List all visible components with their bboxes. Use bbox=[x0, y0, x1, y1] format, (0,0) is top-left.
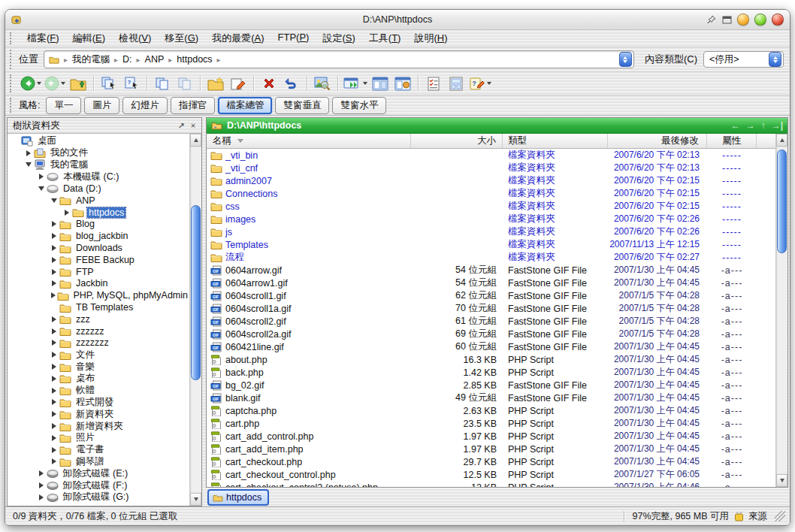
address-grip[interactable] bbox=[10, 50, 16, 69]
breadcrumb-item[interactable]: httpdocs bbox=[177, 54, 212, 65]
scroll-down-icon[interactable] bbox=[190, 493, 201, 506]
expander-right-icon[interactable] bbox=[36, 174, 46, 180]
tree-item[interactable]: zzzzzzz bbox=[8, 337, 189, 349]
tree-item[interactable]: 桌布 bbox=[8, 373, 189, 385]
tree-item[interactable]: 我的電腦 bbox=[8, 159, 189, 171]
rename-button[interactable] bbox=[227, 74, 249, 93]
back-dropdown-icon[interactable] bbox=[37, 82, 41, 85]
file-row[interactable]: GIF0604scroll2a.gif69 位元組FastStone GIF F… bbox=[207, 328, 775, 340]
expander-right-icon[interactable] bbox=[49, 233, 59, 239]
tree-item[interactable]: 照片 bbox=[8, 432, 189, 444]
expander-right-icon[interactable] bbox=[49, 388, 59, 394]
expander-right-icon[interactable] bbox=[36, 470, 46, 476]
scroll-up-icon[interactable] bbox=[190, 134, 201, 147]
undo-button[interactable] bbox=[280, 74, 303, 93]
style-tab-雙窗水平[interactable]: 雙窗水平 bbox=[332, 97, 386, 114]
expander-right-icon[interactable] bbox=[49, 340, 59, 346]
expander-right-icon[interactable] bbox=[49, 364, 59, 370]
file-row[interactable]: Connections檔案資料夾2007/6/20 下午 02:15----- bbox=[207, 187, 775, 200]
title-bar[interactable]: D:\ANP\httpdocs bbox=[5, 10, 790, 30]
tree-item[interactable]: zzz bbox=[8, 313, 189, 325]
menu-item[interactable]: 檢視(V) bbox=[112, 31, 158, 46]
expander-right-icon[interactable] bbox=[23, 150, 33, 156]
file-row[interactable]: GIF0604scroll1.gif62 位元組FastStone GIF Fi… bbox=[207, 289, 775, 302]
expander-right-icon[interactable] bbox=[49, 447, 59, 453]
menu-item[interactable]: 工具(T) bbox=[362, 31, 408, 46]
new-folder-button[interactable] bbox=[204, 74, 227, 93]
back-button[interactable] bbox=[19, 74, 43, 93]
tree-item[interactable]: Blog bbox=[8, 219, 189, 231]
dual-pane-button[interactable] bbox=[369, 74, 391, 93]
menu-item[interactable]: 編輯(E) bbox=[66, 31, 112, 46]
menu-item[interactable]: 我的最愛(A) bbox=[205, 31, 271, 46]
expander-right-icon[interactable] bbox=[36, 494, 46, 500]
paste-button[interactable] bbox=[174, 74, 196, 93]
panel-up-icon[interactable]: ↑ bbox=[761, 121, 766, 130]
preview-pane-button[interactable] bbox=[391, 74, 414, 93]
file-row[interactable]: cart_checkout_control2 (notuse).php12 KB… bbox=[207, 481, 775, 487]
menu-item[interactable]: 檔案(F) bbox=[20, 31, 66, 46]
help-pointer-button[interactable]: ? bbox=[120, 74, 143, 93]
expander-right-icon[interactable] bbox=[49, 458, 59, 464]
copy-button[interactable] bbox=[151, 74, 174, 93]
expander-right-icon[interactable] bbox=[49, 292, 57, 298]
file-scrollbar[interactable] bbox=[775, 134, 787, 487]
expander-right-icon[interactable] bbox=[49, 257, 59, 263]
help-edit-button[interactable]: ? bbox=[467, 74, 493, 93]
expander-right-icon[interactable] bbox=[49, 411, 59, 417]
tree-scroll-thumb[interactable] bbox=[191, 205, 201, 380]
style-tab-雙窗垂直[interactable]: 雙窗垂直 bbox=[275, 97, 329, 114]
tree-item[interactable]: 新增資料夾 bbox=[8, 420, 189, 432]
tree-item[interactable]: FTP bbox=[8, 266, 189, 278]
expander-right-icon[interactable] bbox=[49, 435, 59, 441]
menu-item[interactable]: 移至(G) bbox=[158, 31, 205, 46]
tree-item[interactable]: TB Templates bbox=[8, 301, 189, 313]
file-row[interactable]: cart_checkout.php29.7 KBPHP Script2007/1… bbox=[207, 455, 775, 468]
pin-icon[interactable] bbox=[706, 15, 716, 25]
breadcrumb-item[interactable]: D: bbox=[122, 54, 132, 65]
tree-item[interactable]: 卸除式磁碟 (G:) bbox=[8, 491, 189, 503]
delete-button[interactable] bbox=[258, 74, 280, 93]
forward-dropdown-icon[interactable] bbox=[61, 82, 65, 85]
file-row[interactable]: cart_add_item.php1.97 KBPHP Script2007/1… bbox=[207, 443, 775, 455]
file-row[interactable]: about.php16.3 KBPHP Script2007/1/30 上午 0… bbox=[207, 353, 775, 366]
style-tab-圖片[interactable]: 圖片 bbox=[84, 97, 119, 114]
tree-scrollbar[interactable] bbox=[189, 134, 201, 506]
tree-item[interactable]: 我的文件 bbox=[8, 147, 189, 159]
panel-forward-icon[interactable]: → bbox=[746, 121, 755, 130]
image-preview-button[interactable] bbox=[311, 74, 334, 93]
breadcrumb[interactable]: ▸我的電腦▸D:▸ANP▸httpdocs▸ bbox=[44, 50, 634, 68]
style-tab-幻燈片[interactable]: 幻燈片 bbox=[122, 97, 168, 114]
expander-right-icon[interactable] bbox=[36, 482, 46, 488]
file-row[interactable]: back.php1.42 KBPHP Script2007/1/30 上午 04… bbox=[207, 366, 775, 379]
file-row[interactable]: GIFbg_02.gif2.85 KBFastStone GIF File200… bbox=[207, 379, 775, 391]
style-tab-指揮官[interactable]: 指揮官 bbox=[171, 97, 216, 114]
close-panel-icon[interactable]: × bbox=[188, 121, 198, 130]
scroll-up-icon[interactable] bbox=[776, 134, 787, 147]
content-type-spinner[interactable] bbox=[769, 52, 781, 67]
tree-item[interactable]: Downloads bbox=[8, 242, 189, 254]
tree-item[interactable]: 音樂 bbox=[8, 361, 189, 373]
column-attr[interactable]: 屬性 bbox=[707, 134, 757, 148]
tree-item[interactable]: 軟體 bbox=[8, 385, 189, 397]
tree-item[interactable]: 新資料夾 bbox=[8, 408, 189, 420]
tree-scroll-track[interactable] bbox=[190, 147, 201, 493]
scroll-down-icon[interactable] bbox=[776, 474, 787, 487]
file-row[interactable]: _vti_bin檔案資料夾2007/6/20 下午 02:13----- bbox=[207, 149, 775, 162]
checklist-button[interactable] bbox=[422, 74, 445, 93]
breadcrumb-item[interactable]: 我的電腦 bbox=[72, 53, 110, 66]
content-type-combo[interactable]: <停用> bbox=[703, 51, 784, 68]
column-modified[interactable]: 最後修改 bbox=[608, 134, 707, 148]
file-scroll-thumb[interactable] bbox=[777, 150, 787, 252]
tree-item[interactable]: Data (D:) bbox=[8, 183, 189, 195]
file-row[interactable]: GIF0604arrow.gif54 位元組FastStone GIF File… bbox=[207, 264, 775, 277]
up-folder-button[interactable] bbox=[67, 74, 89, 93]
expander-right-icon[interactable] bbox=[49, 376, 59, 382]
tree-item[interactable]: ANP bbox=[8, 195, 189, 207]
undock-icon[interactable]: ↗ bbox=[176, 121, 186, 131]
file-row[interactable]: cart.php23.5 KBPHP Script2007/1/30 上午 04… bbox=[207, 417, 775, 430]
file-row[interactable]: cart_add_control.php1.97 KBPHP Script200… bbox=[207, 430, 775, 443]
tree-item[interactable]: 桌面 bbox=[8, 135, 189, 147]
file-row[interactable]: GIF0604scroll1a.gif70 位元組FastStone GIF F… bbox=[207, 302, 775, 315]
minimize-button[interactable] bbox=[737, 14, 749, 26]
